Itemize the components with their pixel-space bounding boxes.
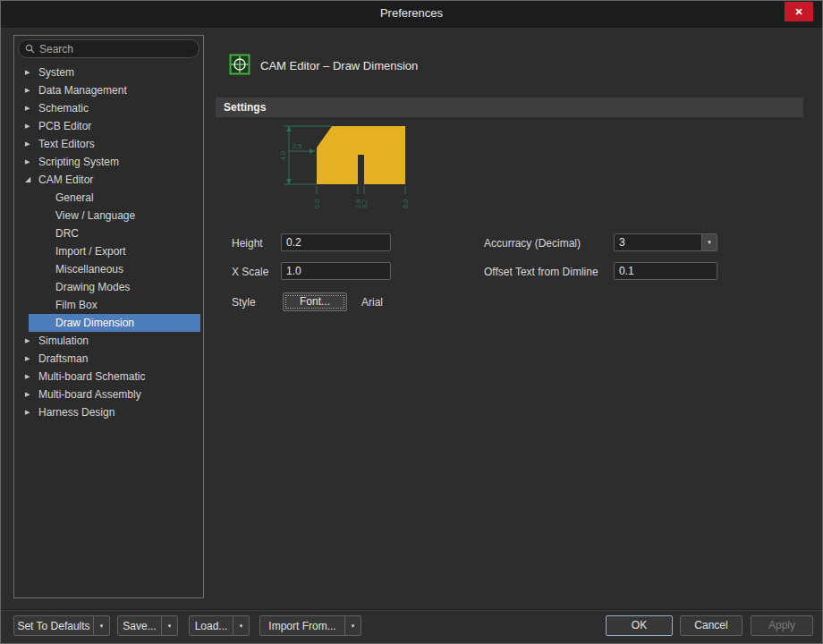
sidebar-item-label: Draftsman — [14, 352, 88, 365]
sidebar-item-drc[interactable]: DRC — [14, 225, 203, 242]
apply-button[interactable]: Apply — [751, 615, 813, 636]
sidebar-item-label: Film Box — [14, 299, 98, 311]
x-axis-label-3: 6,0 — [402, 199, 410, 208]
sidebar-item-draw-dimension[interactable]: Draw Dimension — [14, 314, 203, 332]
sidebar-item-system[interactable]: ▶ System — [14, 64, 203, 81]
accuracy-label: Accurracy (Decimal) — [484, 237, 581, 250]
sidebar-item-simulation[interactable]: ▶ Simulation — [14, 332, 203, 350]
style-label: Style — [232, 296, 256, 309]
import-from-dropdown-icon[interactable]: ▼ — [344, 616, 361, 635]
sidebar-item-multi-board-schematic[interactable]: ▶ Multi-board Schematic — [14, 368, 203, 386]
load-button[interactable]: Load... ▼ — [189, 615, 250, 636]
sidebar-item-scripting-system[interactable]: ▶ Scripting System — [14, 153, 203, 171]
window-title: Preferences — [1, 1, 822, 26]
x-axis-label-0: 0,0 — [313, 199, 321, 208]
sidebar-item-label: DRC — [14, 227, 79, 240]
load-label[interactable]: Load... — [190, 616, 233, 635]
sidebar-item-label: Drawing Modes — [14, 281, 130, 293]
save-button[interactable]: Save... ▼ — [117, 615, 178, 636]
page-title: CAM Editor – Draw Dimension — [260, 59, 418, 72]
set-to-defaults-label[interactable]: Set To Defaults — [14, 616, 93, 635]
dim-label-chamfer: 2,5 — [293, 142, 301, 150]
sidebar-item-label: Simulation — [14, 335, 89, 347]
sidebar-item-pcb-editor[interactable]: ▶ PCB Editor — [14, 117, 203, 135]
load-dropdown-icon[interactable]: ▼ — [233, 616, 249, 635]
sidebar: ▶ System ▶ Data Management ▶ Schematic ▶… — [13, 35, 204, 598]
sidebar-item-import-export[interactable]: Import / Export — [14, 242, 203, 260]
sidebar-item-label: View / Language — [14, 209, 135, 222]
accuracy-value: 3 — [615, 234, 701, 250]
sidebar-item-label: Text Editors — [14, 138, 95, 150]
xscale-label: X Scale — [232, 266, 268, 278]
font-button[interactable]: Font... — [283, 292, 347, 311]
set-to-defaults-dropdown-icon[interactable]: ▼ — [93, 616, 109, 635]
accuracy-dropdown[interactable]: 3 ▼ — [614, 233, 717, 251]
offset-text-input[interactable] — [614, 262, 717, 280]
preferences-dialog: Preferences ✕ ▶ System ▶ Data Management… — [0, 0, 823, 644]
cam-editor-icon — [229, 54, 250, 75]
sidebar-item-label: Multi-board Schematic — [14, 370, 145, 383]
sidebar-item-label: Miscellaneous — [14, 263, 123, 275]
sidebar-item-label: Import / Export — [14, 245, 126, 258]
import-from-button[interactable]: Import From... ▼ — [259, 615, 361, 636]
height-label: Height — [232, 237, 263, 250]
sidebar-item-text-editors[interactable]: ▶ Text Editors — [14, 135, 203, 153]
save-dropdown-icon[interactable]: ▼ — [161, 616, 177, 635]
sidebar-item-general[interactable]: General — [14, 189, 203, 207]
preview-shape — [317, 126, 405, 184]
sidebar-item-label: CAM Editor — [14, 174, 93, 186]
font-name-label: Arial — [361, 296, 383, 309]
sidebar-item-label: PCB Editor — [14, 120, 91, 132]
close-icon: ✕ — [794, 6, 802, 18]
sidebar-item-drawing-modes[interactable]: Drawing Modes — [14, 278, 203, 296]
sidebar-item-draftsman[interactable]: ▶ Draftsman — [14, 350, 203, 368]
sidebar-item-view-language[interactable]: View / Language — [14, 207, 203, 225]
preferences-tree: ▶ System ▶ Data Management ▶ Schematic ▶… — [14, 64, 203, 421]
sidebar-item-label: System — [14, 66, 74, 79]
sidebar-item-film-box[interactable]: Film Box — [14, 296, 203, 314]
x-axis-label-2: 3,2 — [361, 199, 369, 208]
ok-button[interactable]: OK — [606, 615, 673, 636]
sidebar-item-label: Data Management — [14, 84, 127, 97]
cancel-button[interactable]: Cancel — [680, 615, 742, 636]
sidebar-item-label: Draw Dimension — [14, 317, 134, 329]
search-input[interactable] — [39, 43, 192, 55]
sidebar-item-label: General — [14, 191, 94, 204]
height-input[interactable] — [281, 233, 391, 251]
set-to-defaults-button[interactable]: Set To Defaults ▼ — [13, 615, 110, 636]
sidebar-item-cam-editor[interactable]: ◢ CAM Editor — [14, 171, 203, 189]
main-panel: CAM Editor – Draw Dimension Settings 4,0 — [216, 35, 803, 598]
title-bar: Preferences ✕ — [1, 1, 822, 28]
sidebar-item-data-management[interactable]: ▶ Data Management — [14, 81, 203, 99]
search-box[interactable] — [18, 39, 199, 58]
settings-section-header: Settings — [216, 97, 803, 117]
xscale-input[interactable] — [281, 262, 391, 280]
sidebar-item-harness-design[interactable]: ▶ Harness Design — [14, 403, 203, 421]
dimension-preview: 4,0 2,5 0,0 2,8 3,2 6,0 — [272, 122, 424, 213]
dim-label-vertical: 4,0 — [279, 151, 287, 160]
sidebar-item-miscellaneous[interactable]: Miscellaneous — [14, 260, 203, 278]
import-from-label[interactable]: Import From... — [260, 616, 344, 635]
search-icon — [25, 44, 35, 54]
sidebar-item-schematic[interactable]: ▶ Schematic — [14, 99, 203, 117]
sidebar-item-multi-board-assembly[interactable]: ▶ Multi-board Assembly — [14, 386, 203, 403]
dimension-arrowheads — [286, 126, 316, 184]
sidebar-item-label: Scripting System — [14, 156, 119, 168]
sidebar-item-label: Multi-board Assembly — [14, 388, 141, 401]
save-label[interactable]: Save... — [118, 616, 161, 635]
sidebar-item-label: Harness Design — [14, 406, 115, 419]
close-button[interactable]: ✕ — [785, 2, 813, 21]
footer-bar: Set To Defaults ▼ Save... ▼ Load... ▼ Im… — [1, 609, 822, 643]
sidebar-item-label: Schematic — [14, 102, 89, 114]
offset-text-label: Offset Text from Dimline — [484, 266, 598, 278]
chevron-down-icon[interactable]: ▼ — [701, 234, 717, 250]
